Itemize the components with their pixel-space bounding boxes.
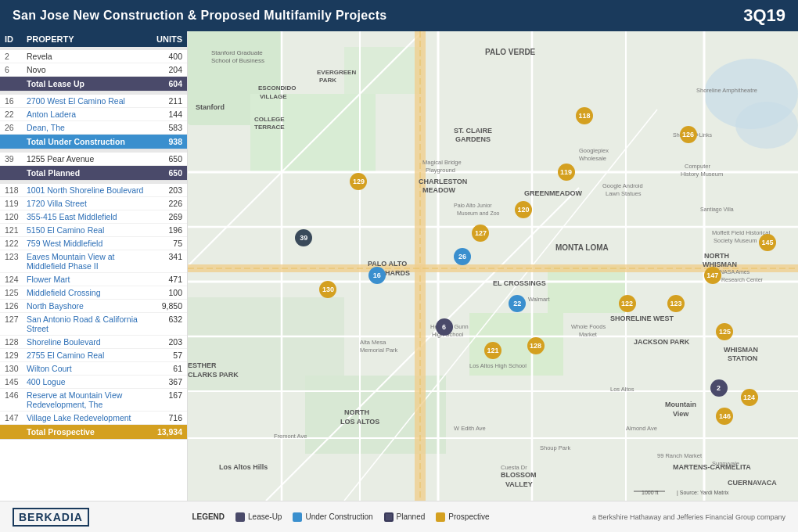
svg-text:| Source: Yardi Matrix: | Source: Yardi Matrix — [677, 490, 729, 496]
row-id: 122 — [5, 239, 27, 248]
svg-text:Fremont Ave: Fremont Ave — [274, 433, 307, 440]
svg-text:Playground: Playground — [426, 167, 455, 174]
svg-text:PALO VERDE: PALO VERDE — [485, 48, 536, 56]
svg-text:Computer: Computer — [685, 163, 710, 170]
svg-text:Whole Foods: Whole Foods — [571, 323, 606, 330]
row-property: 355-415 East Middlefield — [27, 212, 145, 221]
table-row: 126North Bayshore9,850 — [0, 300, 187, 313]
row-id: 39 — [5, 154, 27, 164]
table-row: 120355-415 East Middlefield269 — [0, 210, 187, 224]
table-row: 124Flower Mart471 — [0, 273, 187, 286]
table-row: 146Reserve at Mountain View Redevelopmen… — [0, 389, 187, 412]
table-row: 1191720 Villa Street226 — [0, 197, 187, 210]
svg-text:SHORELINE WEST: SHORELINE WEST — [610, 315, 674, 322]
svg-text:Moffett Field Historical: Moffett Field Historical — [712, 229, 770, 236]
legend-dot-under-construction — [293, 512, 302, 522]
svg-text:Los Altos: Los Altos — [610, 386, 634, 393]
map-container: Stanford Graduate School of Business Sta… — [188, 31, 798, 501]
table-row: 125Middlefield Crossing100 — [0, 286, 187, 300]
row-property: Reserve at Mountain View Redevelopment, … — [27, 390, 145, 409]
footer: BERKADIA LEGEND Lease-Up Under Construct… — [0, 501, 798, 532]
row-property: 2700 West El Camino Real — [27, 96, 145, 106]
row-units: 269 — [145, 212, 182, 221]
row-units: 632 — [145, 315, 182, 333]
row-property: 1001 North Shoreline Boulevard — [27, 185, 145, 195]
row-id: 118 — [5, 185, 27, 195]
legend-text-under-construction: Under Construction — [305, 512, 372, 521]
table-row: 6Novo204 — [0, 63, 187, 77]
table-row: 391255 Pear Avenue650 — [0, 153, 187, 166]
svg-text:MONTA LOMA: MONTA LOMA — [555, 243, 609, 252]
row-id: 2 — [5, 52, 27, 61]
svg-text:Los Altos Hills: Los Altos Hills — [219, 463, 268, 471]
legend-item-under-construction: Under Construction — [293, 512, 372, 522]
svg-text:Shoup Park: Shoup Park — [540, 444, 570, 451]
legend-dot-lease-up — [235, 512, 245, 522]
row-units: 471 — [145, 275, 182, 284]
row-units: 367 — [145, 377, 182, 386]
legend-text-lease-up: Lease-Up — [248, 512, 282, 521]
row-property: Revela — [27, 52, 145, 61]
svg-text:1000 ft: 1000 ft — [642, 490, 658, 495]
legend-label: LEGEND — [192, 512, 225, 521]
col-id-header: ID — [5, 34, 27, 44]
table-row: 128Shoreline Boulevard203 — [0, 336, 187, 349]
svg-text:Santiago Villa: Santiago Villa — [700, 207, 734, 213]
col-property-header: PROPERTY — [27, 34, 145, 44]
row-units: 716 — [145, 413, 182, 422]
row-property: Middlefield Crossing — [27, 288, 145, 297]
legend-dot-planned — [384, 512, 394, 522]
row-id: 119 — [5, 199, 27, 208]
svg-text:TERRACE: TERRACE — [254, 124, 285, 131]
row-id: 146 — [5, 390, 27, 409]
svg-text:Stanford Graduate: Stanford Graduate — [211, 49, 263, 56]
subtotal-units: 650 — [145, 168, 182, 178]
legend-text-planned: Planned — [397, 512, 426, 521]
svg-text:CHARLESTON: CHARLESTON — [419, 178, 467, 185]
page-header: San Jose New Construction & Proposed Mul… — [0, 0, 798, 31]
svg-text:PARK: PARK — [319, 77, 336, 84]
svg-text:High School: High School — [432, 331, 464, 338]
row-units: 211 — [145, 96, 182, 106]
property-table: ID PROPERTY UNITS 2Revela4006Novo204 Tot… — [0, 31, 188, 501]
row-units: 9,850 — [145, 301, 182, 311]
svg-text:NORTH: NORTH — [704, 252, 729, 260]
row-property: 759 West Middlefield — [27, 239, 145, 248]
svg-text:Google Android: Google Android — [602, 182, 643, 189]
table-row: 26Dean, The583 — [0, 121, 187, 135]
svg-text:School of Business: School of Business — [211, 57, 264, 64]
svg-text:Lawn Statues: Lawn Statues — [606, 190, 642, 197]
map-area: Stanford Graduate School of Business Sta… — [188, 31, 798, 501]
row-property: San Antonio Road & California Street — [27, 315, 145, 333]
svg-text:MEADOW: MEADOW — [422, 186, 455, 194]
svg-text:ORCHARDS: ORCHARDS — [369, 269, 410, 277]
row-units: 650 — [145, 154, 182, 164]
row-id: 129 — [5, 350, 27, 360]
svg-text:VILLAGE: VILLAGE — [260, 93, 287, 100]
table-row: 145400 Logue367 — [0, 376, 187, 389]
row-id: 125 — [5, 288, 27, 297]
svg-text:Market: Market — [579, 331, 598, 338]
svg-point-2 — [735, 102, 798, 149]
table-row: 127San Antonio Road & California Street6… — [0, 313, 187, 336]
svg-text:Shoreline+Links: Shoreline+Links — [673, 132, 713, 138]
svg-text:COLLEGE: COLLEGE — [254, 116, 285, 123]
row-id: 127 — [5, 315, 27, 333]
svg-rect-9 — [548, 266, 626, 313]
map-svg: Stanford Graduate School of Business Sta… — [188, 31, 798, 501]
legend-text-prospective: Prospective — [448, 512, 489, 521]
svg-text:STATION: STATION — [728, 354, 757, 362]
svg-text:Museum and Zoo: Museum and Zoo — [457, 210, 500, 216]
subtotal-id — [5, 168, 27, 178]
table-row: 1292755 El Camino Real57 — [0, 349, 187, 362]
subtotal-units: 604 — [145, 79, 182, 88]
table-row: 123Eaves Mountain View at Middlefield Ph… — [0, 250, 187, 273]
berkadia-logo: BERKADIA — [13, 508, 89, 527]
row-id: 22 — [5, 110, 27, 119]
svg-text:GREENMEADOW: GREENMEADOW — [524, 189, 583, 197]
table-row: 147Village Lake Redevelopment716 — [0, 412, 187, 425]
row-property: 5150 El Camino Real — [27, 225, 145, 235]
page-quarter: 3Q19 — [743, 5, 785, 26]
legend-item-prospective: Prospective — [436, 512, 489, 522]
row-property: North Bayshore — [27, 301, 145, 311]
